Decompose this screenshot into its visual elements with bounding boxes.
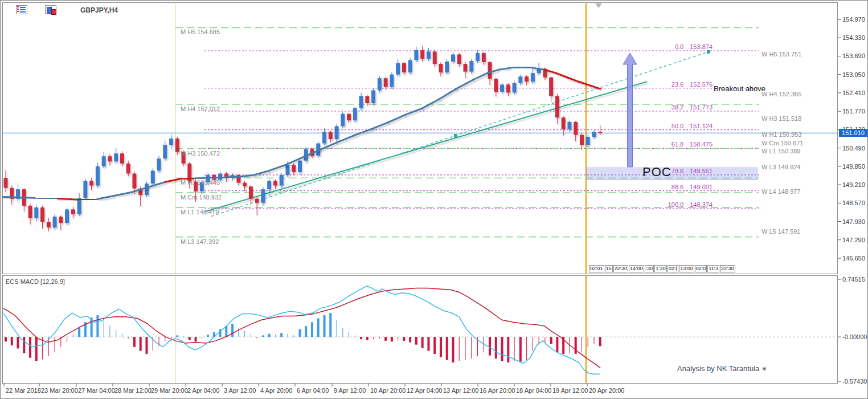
macd-histogram-bar — [337, 320, 337, 337]
date-axis-label: 13 Apr 12:00 — [443, 387, 478, 394]
macd-main-line — [3, 286, 600, 374]
moving-average — [371, 123, 388, 129]
price-axis-label: 149.210 — [842, 181, 865, 188]
candle-body — [65, 209, 69, 223]
breakout-annotation: Breakout above — [714, 84, 765, 93]
macd-histogram-bar — [384, 337, 387, 341]
candle-body — [59, 217, 63, 223]
macd-histogram-bar — [452, 337, 454, 363]
candle-body — [83, 181, 87, 198]
moving-average — [456, 80, 473, 89]
price-axis-label: 151.770 — [842, 108, 865, 115]
price-axis-label: 147.930 — [842, 218, 865, 225]
price-axis-label: 148.570 — [842, 199, 865, 206]
macd-histogram-bar — [122, 334, 122, 337]
macd-histogram-bar — [391, 337, 393, 341]
macd-histogram-bar — [409, 337, 411, 342]
macd-histogram-bar — [78, 328, 80, 337]
macd-histogram-bar — [575, 337, 577, 354]
candle-body — [47, 222, 51, 227]
moving-average — [166, 179, 180, 182]
symbol-title: GBPJPY,H4 — [80, 6, 118, 14]
candle-body — [408, 60, 412, 73]
candle-body — [384, 78, 388, 87]
macd-histogram-bar — [11, 337, 13, 345]
moving-average — [388, 115, 405, 123]
candle-body — [592, 132, 596, 137]
weekly-pivot-label: W H4 152.365 — [761, 91, 801, 97]
macd-histogram-bar — [588, 337, 588, 347]
macd-histogram-bar — [360, 337, 362, 339]
moving-average — [208, 177, 226, 178]
candle-body — [488, 62, 492, 79]
moving-average — [268, 165, 285, 171]
candle-body — [329, 132, 333, 139]
candle-body — [341, 114, 345, 127]
price-axis-label: 153.690 — [842, 52, 865, 59]
macd-histogram-bar — [329, 313, 331, 337]
candle-body — [163, 145, 167, 158]
time-tag: :30 — [645, 265, 654, 272]
fib-label: 50.0 151.124 — [627, 123, 713, 129]
macd-histogram-bar — [459, 337, 460, 361]
monthly-pivot-label: M H1 149.445 — [181, 179, 220, 186]
macd-indicator-title: ECS MACD [12,26,9] — [6, 278, 65, 285]
weekly-pivot-label: W L3 149.824 — [761, 164, 801, 170]
time-tag: 02:0 — [695, 265, 707, 272]
date-axis-label: 10 Apr 20:00 — [370, 387, 406, 394]
fib-label: 0.0 153.874 — [627, 43, 713, 50]
candle-body — [365, 96, 369, 103]
price-axis-label: 146.650 — [842, 255, 865, 262]
candle-body — [298, 161, 302, 172]
macd-histogram-bar — [23, 337, 25, 353]
macd-histogram-bar — [465, 337, 466, 360]
time-tag: 14:00 — [629, 265, 644, 272]
period-list-icon[interactable] — [16, 5, 27, 14]
macd-histogram-bar — [440, 337, 442, 357]
date-axis-label: 16 Apr 20:00 — [480, 387, 515, 394]
candle-body — [285, 165, 289, 175]
time-tag-row: 02:011522:3014:00:301:2002:(13:0002:011:… — [589, 265, 735, 272]
candle-body — [562, 117, 566, 129]
macd-histogram-bar — [379, 337, 380, 339]
candle-body — [108, 156, 112, 161]
candle-body — [359, 96, 363, 108]
moving-average — [354, 129, 371, 136]
poc-annotation: POC — [642, 165, 672, 180]
time-tag: 22:30 — [720, 265, 735, 272]
macd-histogram-bar — [599, 337, 601, 346]
candle-body — [476, 53, 480, 61]
chart-shift-marker-icon[interactable] — [595, 3, 602, 8]
candle-body — [347, 114, 351, 121]
candle-body — [396, 63, 400, 75]
candle-body — [280, 175, 284, 186]
bar-chart-icon[interactable] — [45, 5, 56, 14]
macd-histogram-bar — [433, 337, 436, 354]
macd-histogram-bar — [550, 337, 552, 344]
moving-average — [97, 196, 114, 199]
price-axis-label: 150.490 — [842, 145, 865, 152]
macd-histogram-bar — [355, 335, 355, 337]
spider-icon: ✳ — [761, 365, 767, 372]
weekly-pivot-label: W H5 153.751 — [761, 51, 801, 58]
macd-histogram-bar — [533, 337, 533, 351]
date-axis-label: 18 Apr 04:00 — [516, 387, 551, 394]
macd-histogram-bar — [415, 337, 417, 345]
candle-body — [249, 186, 253, 199]
candle-body — [353, 108, 357, 121]
macd-histogram-bar — [17, 337, 19, 348]
candle-body — [598, 132, 602, 133]
trendline-handle — [454, 134, 457, 137]
moving-average — [499, 68, 510, 70]
macd-histogram-bar — [183, 336, 184, 337]
macd-histogram-bar — [471, 337, 472, 359]
time-tag: 1:20 — [654, 265, 667, 272]
macd-histogram-bar — [35, 337, 38, 361]
candle-body — [420, 50, 424, 59]
chart-canvas[interactable] — [1, 1, 868, 399]
macd-histogram-bar — [268, 334, 271, 337]
macd-histogram-bar — [544, 337, 545, 342]
candle-body — [175, 139, 179, 152]
candle-body — [28, 206, 32, 218]
candle-body — [439, 64, 443, 72]
